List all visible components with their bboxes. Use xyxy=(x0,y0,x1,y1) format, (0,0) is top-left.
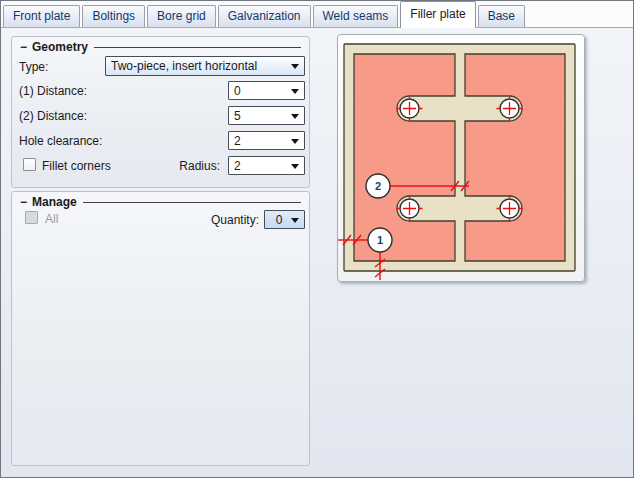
dimension-marker-1: 1 xyxy=(368,228,392,252)
manage-group: − Manage All Quantity: 0 xyxy=(11,191,310,466)
tab-bore-grid[interactable]: Bore grid xyxy=(147,5,216,27)
filler-plate-dialog: Front plate Boltings Bore grid Galvaniza… xyxy=(0,0,634,478)
fillet-corners-checkbox[interactable] xyxy=(23,158,36,171)
distance2-label: (2) Distance: xyxy=(19,109,87,123)
quantity-combobox-value: 0 xyxy=(276,213,283,227)
tab-front-plate[interactable]: Front plate xyxy=(3,5,80,27)
tab-boltings[interactable]: Boltings xyxy=(82,5,145,27)
hole-clearance-combobox-value: 2 xyxy=(234,134,241,148)
all-label: All xyxy=(45,212,58,226)
collapse-icon[interactable]: − xyxy=(20,40,27,54)
type-label: Type: xyxy=(19,60,48,74)
geometry-group-header: − Geometry xyxy=(12,37,309,54)
all-checkbox[interactable] xyxy=(25,211,38,224)
tab-bar: Front plate Boltings Bore grid Galvaniza… xyxy=(1,1,633,28)
collapse-icon[interactable]: − xyxy=(20,195,27,209)
tab-filler-plate[interactable]: Filler plate xyxy=(400,1,475,28)
distance2-combobox-value: 5 xyxy=(234,109,241,123)
chevron-down-icon xyxy=(291,164,299,169)
fillet-corners-label: Fillet corners xyxy=(42,159,111,173)
manage-group-header: − Manage xyxy=(12,192,309,209)
distance1-label: (1) Distance: xyxy=(19,84,87,98)
chevron-down-icon xyxy=(291,89,299,94)
filler-piece-left xyxy=(354,54,455,261)
quantity-label: Quantity: xyxy=(172,213,259,227)
distance1-combobox-value: 0 xyxy=(234,84,241,98)
filler-piece-right xyxy=(465,54,565,261)
chevron-down-icon xyxy=(291,64,299,69)
type-combobox-value: Two-piece, insert horizontal xyxy=(111,59,257,73)
group-title-rule xyxy=(94,47,301,48)
marker-1-label: 1 xyxy=(377,234,383,246)
filler-plate-diagram: 2 1 xyxy=(338,35,584,281)
distance1-combobox[interactable]: 0 xyxy=(228,81,305,100)
chevron-down-icon xyxy=(291,114,299,119)
manage-group-title: Manage xyxy=(32,195,77,209)
group-title-rule xyxy=(83,202,301,203)
radius-label: Radius: xyxy=(157,159,220,173)
chevron-down-icon xyxy=(291,218,299,223)
distance2-combobox[interactable]: 5 xyxy=(228,106,305,125)
marker-2-label: 2 xyxy=(375,180,381,192)
radius-combobox[interactable]: 2 xyxy=(228,156,305,175)
tab-base[interactable]: Base xyxy=(478,5,525,27)
geometry-group-title: Geometry xyxy=(32,40,88,54)
type-combobox[interactable]: Two-piece, insert horizontal xyxy=(105,56,305,76)
hole-clearance-label: Hole clearance: xyxy=(19,134,102,148)
filler-plate-preview: 2 1 xyxy=(337,34,585,282)
tab-galvanization[interactable]: Galvanization xyxy=(218,5,311,27)
quantity-combobox[interactable]: 0 xyxy=(264,210,305,229)
radius-combobox-value: 2 xyxy=(234,159,241,173)
chevron-down-icon xyxy=(291,139,299,144)
tab-weld-seams[interactable]: Weld seams xyxy=(313,5,399,27)
hole-clearance-combobox[interactable]: 2 xyxy=(228,131,305,150)
geometry-group: − Geometry Type: Two-piece, insert horiz… xyxy=(11,36,310,188)
dimension-marker-2: 2 xyxy=(366,174,390,198)
